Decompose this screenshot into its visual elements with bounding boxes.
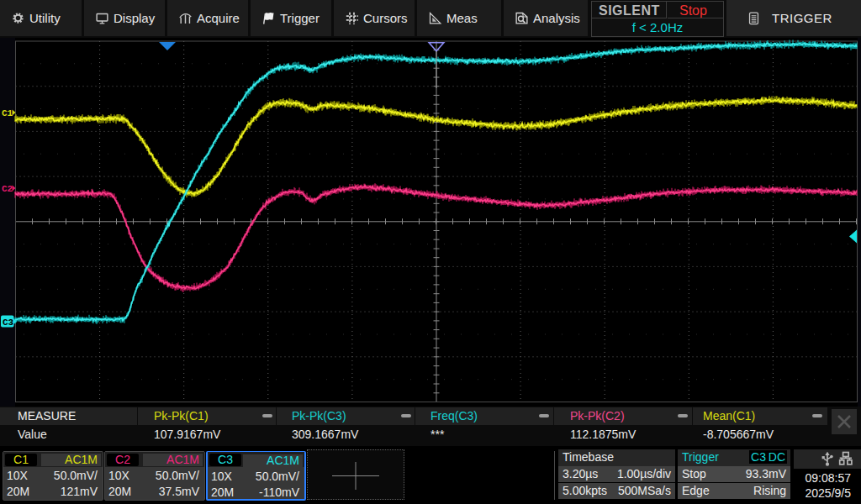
svg-text:C1: C1 (2, 108, 13, 118)
svg-text:C3: C3 (3, 318, 14, 328)
svg-text:C2: C2 (2, 184, 13, 194)
